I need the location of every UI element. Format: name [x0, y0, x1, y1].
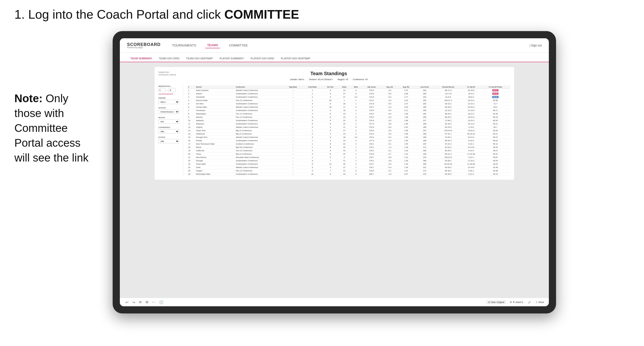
- cell-avg-rd: 1.90: [398, 122, 415, 126]
- cell-reg-rank: –: [284, 116, 302, 119]
- cell-avg-sg: -0.7: [382, 153, 398, 156]
- col-rnds: Rnds: [338, 85, 350, 89]
- table-row: 2 Auburn Southeastern Conference – 1 9 2…: [187, 92, 510, 95]
- cell-conf-rank: 4: [302, 109, 322, 112]
- subnav-player-summary[interactable]: PLAYER SUMMARY: [216, 55, 247, 62]
- subnav-player-h2h-heatmap[interactable]: PLAYER H2H HEATMAP: [278, 55, 314, 62]
- cell-wins: 6: [350, 126, 362, 129]
- cell-vs-top50: 59.47: [480, 136, 510, 139]
- conference-label: Conference: [158, 127, 179, 128]
- conference-filter: Conference: All: [353, 78, 368, 81]
- cell-avg-sg: -6.0: [382, 92, 398, 95]
- cell-school: Alabama: [195, 119, 235, 122]
- toolbar-refresh[interactable]: ⟳: [138, 300, 143, 305]
- cell-low-score: 265: [415, 99, 435, 102]
- cell-wins: 1: [350, 99, 362, 102]
- toolbar-clock[interactable]: 🕐: [158, 300, 164, 305]
- rounds-slider[interactable]: [158, 94, 173, 94]
- toolbar-undo[interactable]: ↩: [125, 300, 130, 305]
- subnav-player-h2h-grid[interactable]: PLAYER H2H GRID: [247, 55, 278, 62]
- division-filter: Division: NCAA Division I: [309, 78, 333, 81]
- cell-conference: Pac-12 Conference: [235, 149, 284, 153]
- toolbar-share-button[interactable]: ⇧ Share: [536, 301, 544, 303]
- update-time-area: Update time: 27/03/2024 16:56:26: [158, 71, 176, 76]
- nav-tournaments[interactable]: TOURNAMENTS: [170, 43, 198, 48]
- subnav-team-summary[interactable]: TEAM SUMMARY: [127, 55, 156, 62]
- division-select[interactable]: NCAA Division I: [158, 110, 179, 114]
- max-rounds-input[interactable]: [168, 88, 176, 92]
- col-no-tour: No Tour: [322, 85, 338, 89]
- cell-vs-top25: 17-33-38: [462, 153, 480, 156]
- toolbar-copy[interactable]: ⧉: [145, 300, 149, 305]
- col-avg-rd: Avg. Rd.: [398, 85, 415, 89]
- division-label: Division: [158, 107, 179, 109]
- min-rounds-input[interactable]: [158, 88, 166, 92]
- gender-select[interactable]: Men's: [158, 100, 179, 104]
- cell-low-score: 265: [415, 136, 435, 139]
- cell-conference: Southeastern Conference: [235, 92, 284, 95]
- cell-rnds: 24: [338, 139, 350, 142]
- cell-overall-record: 90-33-2: [435, 166, 462, 169]
- cell-avg-sg: -4.0: [382, 99, 398, 102]
- cell-conf-rank: 5: [302, 119, 322, 122]
- school-select[interactable]: (All): [158, 139, 179, 143]
- table-row: 22 Georgia Southeastern Conference – 8 7…: [187, 159, 510, 163]
- cell-conference: Atlantic Coast Conference: [235, 89, 284, 92]
- subnav-team-h2h-grid[interactable]: TEAM H2H GRID: [156, 55, 183, 62]
- cell-vs-top50: 39.13: [480, 173, 510, 176]
- cell-vs-top50: 56.14: [480, 142, 510, 146]
- nav-teams[interactable]: TEAMS: [205, 42, 220, 48]
- cell-vs-top25: 9-24-0: [462, 139, 480, 142]
- cell-adj-score: 273.8: [362, 95, 382, 99]
- cell-no-tour: 9: [322, 166, 338, 169]
- min-rounds-control: Minimum Rou... –: [158, 85, 179, 94]
- cell-avg-sg: -5.1: [382, 142, 398, 146]
- cell-avg-sg: -3.6: [382, 132, 398, 136]
- cell-rnds: 27: [338, 95, 350, 99]
- nav-left: SCOREBOARD Powered by clippd TOURNAMENTS…: [127, 42, 250, 49]
- cell-avg-sg: -5.5: [382, 109, 398, 112]
- cell-avg-sg: -6.2: [382, 95, 398, 99]
- gender-control: Gender Men's: [158, 97, 179, 104]
- cell-conference: Southeastern Conference: [235, 163, 284, 166]
- cell-reg-rank: –: [284, 139, 302, 142]
- cell-conference: Southeastern Conference: [235, 119, 284, 122]
- toolbar-more[interactable]: ⋯: [151, 300, 156, 305]
- conference-select[interactable]: (All): [158, 129, 179, 134]
- table-row: 7 Tennessee Southeastern Conference – 4 …: [187, 109, 510, 112]
- cell-conf-rank: 6: [302, 122, 322, 126]
- cell-reg-rank: –: [284, 173, 302, 176]
- cell-avg-sg: -6.0: [382, 126, 398, 129]
- cell-avg-sg: -4.4: [382, 106, 398, 109]
- cell-rank: 13: [187, 129, 195, 132]
- cell-vs-top25: 30-15-10: [462, 132, 480, 136]
- toolbar-watch-button[interactable]: 👁 👁 Watch ▾: [510, 301, 523, 303]
- cell-low-score: 264: [415, 106, 435, 109]
- cell-no-tour: 8: [322, 146, 338, 149]
- school-control: School (All): [158, 136, 179, 143]
- cell-avg-rd: 2.88: [398, 92, 415, 95]
- conference-control: Conference (All): [158, 127, 179, 134]
- cell-vs-top50: 69.3: [480, 106, 510, 109]
- cell-rank: 6: [187, 106, 195, 109]
- cell-overall-record: 104-43-3: [435, 129, 462, 132]
- subnav-team-h2h-heatmap[interactable]: TEAM H2H HEATMAP: [183, 55, 216, 62]
- region-select[interactable]: N/A: [158, 119, 179, 124]
- sign-out-link[interactable]: | Sign out: [530, 44, 542, 47]
- cell-reg-rank: –: [284, 163, 302, 166]
- cell-conference: Southeastern Conference: [235, 122, 284, 126]
- cell-vs-top25: 23-11-0: [462, 122, 480, 126]
- nav-committee[interactable]: COMMITTEE: [227, 43, 250, 48]
- toolbar-redo[interactable]: ↪: [131, 300, 136, 305]
- table-row: 5 Ole Miss Southeastern Conference – 3 6…: [187, 102, 510, 106]
- toolbar-expand[interactable]: ⤢: [527, 300, 532, 305]
- cell-rnds: 24: [338, 149, 350, 153]
- toolbar-view-button[interactable]: ⊡ View: Original: [486, 300, 506, 304]
- cell-low-score: 260: [415, 92, 435, 95]
- cell-wins: 1: [350, 166, 362, 169]
- cell-rank: 9: [187, 116, 195, 119]
- cell-rank: 14: [187, 132, 195, 136]
- cell-rank: 18: [187, 146, 195, 149]
- watch-label: 👁 Watch ▾: [513, 301, 523, 303]
- school-label: School: [158, 136, 179, 138]
